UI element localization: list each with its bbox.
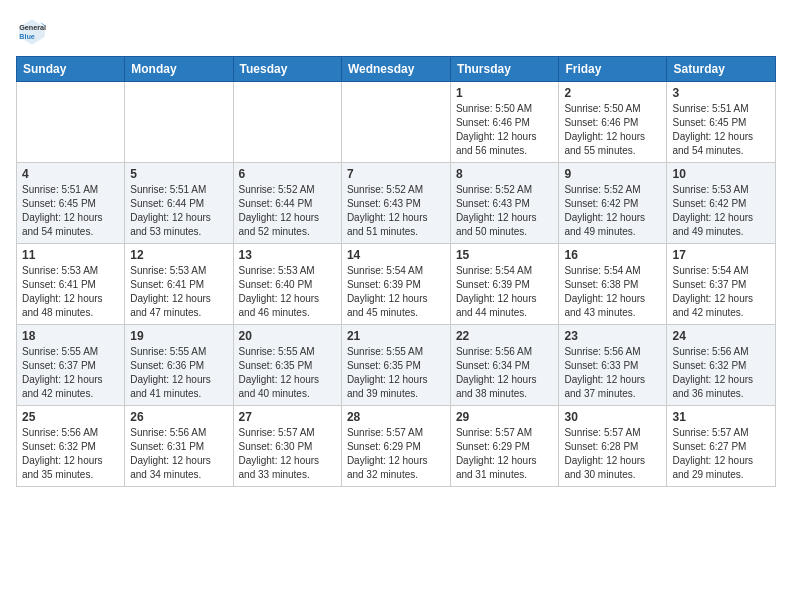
day-cell: 17Sunrise: 5:54 AM Sunset: 6:37 PM Dayli…: [667, 244, 776, 325]
day-info: Sunrise: 5:53 AM Sunset: 6:40 PM Dayligh…: [239, 264, 336, 320]
day-cell: 29Sunrise: 5:57 AM Sunset: 6:29 PM Dayli…: [450, 406, 559, 487]
day-number: 15: [456, 248, 554, 262]
day-cell: [341, 82, 450, 163]
day-cell: 16Sunrise: 5:54 AM Sunset: 6:38 PM Dayli…: [559, 244, 667, 325]
page-header: General Blue: [16, 16, 776, 48]
day-number: 6: [239, 167, 336, 181]
day-info: Sunrise: 5:56 AM Sunset: 6:32 PM Dayligh…: [672, 345, 770, 401]
day-cell: 12Sunrise: 5:53 AM Sunset: 6:41 PM Dayli…: [125, 244, 233, 325]
day-number: 2: [564, 86, 661, 100]
logo: General Blue: [16, 16, 52, 48]
day-cell: 11Sunrise: 5:53 AM Sunset: 6:41 PM Dayli…: [17, 244, 125, 325]
day-cell: 26Sunrise: 5:56 AM Sunset: 6:31 PM Dayli…: [125, 406, 233, 487]
day-cell: [233, 82, 341, 163]
week-row-1: 1Sunrise: 5:50 AM Sunset: 6:46 PM Daylig…: [17, 82, 776, 163]
day-cell: 13Sunrise: 5:53 AM Sunset: 6:40 PM Dayli…: [233, 244, 341, 325]
day-cell: 2Sunrise: 5:50 AM Sunset: 6:46 PM Daylig…: [559, 82, 667, 163]
day-info: Sunrise: 5:50 AM Sunset: 6:46 PM Dayligh…: [564, 102, 661, 158]
day-cell: 10Sunrise: 5:53 AM Sunset: 6:42 PM Dayli…: [667, 163, 776, 244]
day-cell: 28Sunrise: 5:57 AM Sunset: 6:29 PM Dayli…: [341, 406, 450, 487]
day-info: Sunrise: 5:55 AM Sunset: 6:36 PM Dayligh…: [130, 345, 227, 401]
day-number: 20: [239, 329, 336, 343]
day-number: 17: [672, 248, 770, 262]
day-cell: 14Sunrise: 5:54 AM Sunset: 6:39 PM Dayli…: [341, 244, 450, 325]
header-friday: Friday: [559, 57, 667, 82]
day-info: Sunrise: 5:55 AM Sunset: 6:35 PM Dayligh…: [347, 345, 445, 401]
header-wednesday: Wednesday: [341, 57, 450, 82]
day-info: Sunrise: 5:56 AM Sunset: 6:34 PM Dayligh…: [456, 345, 554, 401]
day-cell: 15Sunrise: 5:54 AM Sunset: 6:39 PM Dayli…: [450, 244, 559, 325]
day-info: Sunrise: 5:53 AM Sunset: 6:41 PM Dayligh…: [22, 264, 119, 320]
day-cell: 4Sunrise: 5:51 AM Sunset: 6:45 PM Daylig…: [17, 163, 125, 244]
day-cell: 22Sunrise: 5:56 AM Sunset: 6:34 PM Dayli…: [450, 325, 559, 406]
day-number: 1: [456, 86, 554, 100]
day-info: Sunrise: 5:56 AM Sunset: 6:31 PM Dayligh…: [130, 426, 227, 482]
day-info: Sunrise: 5:57 AM Sunset: 6:29 PM Dayligh…: [347, 426, 445, 482]
header-thursday: Thursday: [450, 57, 559, 82]
day-number: 9: [564, 167, 661, 181]
day-info: Sunrise: 5:51 AM Sunset: 6:44 PM Dayligh…: [130, 183, 227, 239]
day-info: Sunrise: 5:54 AM Sunset: 6:39 PM Dayligh…: [456, 264, 554, 320]
week-row-4: 18Sunrise: 5:55 AM Sunset: 6:37 PM Dayli…: [17, 325, 776, 406]
day-number: 10: [672, 167, 770, 181]
day-cell: 19Sunrise: 5:55 AM Sunset: 6:36 PM Dayli…: [125, 325, 233, 406]
day-info: Sunrise: 5:54 AM Sunset: 6:39 PM Dayligh…: [347, 264, 445, 320]
week-row-3: 11Sunrise: 5:53 AM Sunset: 6:41 PM Dayli…: [17, 244, 776, 325]
calendar-header-row: SundayMondayTuesdayWednesdayThursdayFrid…: [17, 57, 776, 82]
day-info: Sunrise: 5:57 AM Sunset: 6:30 PM Dayligh…: [239, 426, 336, 482]
day-cell: [17, 82, 125, 163]
day-cell: 7Sunrise: 5:52 AM Sunset: 6:43 PM Daylig…: [341, 163, 450, 244]
svg-text:General: General: [19, 23, 46, 32]
day-info: Sunrise: 5:57 AM Sunset: 6:28 PM Dayligh…: [564, 426, 661, 482]
day-number: 7: [347, 167, 445, 181]
day-info: Sunrise: 5:52 AM Sunset: 6:44 PM Dayligh…: [239, 183, 336, 239]
day-number: 29: [456, 410, 554, 424]
day-info: Sunrise: 5:52 AM Sunset: 6:43 PM Dayligh…: [456, 183, 554, 239]
day-cell: 24Sunrise: 5:56 AM Sunset: 6:32 PM Dayli…: [667, 325, 776, 406]
day-number: 25: [22, 410, 119, 424]
day-number: 23: [564, 329, 661, 343]
day-number: 26: [130, 410, 227, 424]
day-number: 31: [672, 410, 770, 424]
day-info: Sunrise: 5:50 AM Sunset: 6:46 PM Dayligh…: [456, 102, 554, 158]
day-number: 11: [22, 248, 119, 262]
header-saturday: Saturday: [667, 57, 776, 82]
day-info: Sunrise: 5:54 AM Sunset: 6:38 PM Dayligh…: [564, 264, 661, 320]
day-cell: 6Sunrise: 5:52 AM Sunset: 6:44 PM Daylig…: [233, 163, 341, 244]
day-info: Sunrise: 5:54 AM Sunset: 6:37 PM Dayligh…: [672, 264, 770, 320]
day-number: 19: [130, 329, 227, 343]
day-info: Sunrise: 5:52 AM Sunset: 6:43 PM Dayligh…: [347, 183, 445, 239]
day-number: 12: [130, 248, 227, 262]
day-number: 27: [239, 410, 336, 424]
day-cell: 9Sunrise: 5:52 AM Sunset: 6:42 PM Daylig…: [559, 163, 667, 244]
header-tuesday: Tuesday: [233, 57, 341, 82]
day-info: Sunrise: 5:56 AM Sunset: 6:33 PM Dayligh…: [564, 345, 661, 401]
day-cell: 5Sunrise: 5:51 AM Sunset: 6:44 PM Daylig…: [125, 163, 233, 244]
day-number: 8: [456, 167, 554, 181]
week-row-2: 4Sunrise: 5:51 AM Sunset: 6:45 PM Daylig…: [17, 163, 776, 244]
day-cell: 23Sunrise: 5:56 AM Sunset: 6:33 PM Dayli…: [559, 325, 667, 406]
day-info: Sunrise: 5:57 AM Sunset: 6:29 PM Dayligh…: [456, 426, 554, 482]
logo-icon: General Blue: [16, 16, 48, 48]
day-info: Sunrise: 5:53 AM Sunset: 6:42 PM Dayligh…: [672, 183, 770, 239]
day-info: Sunrise: 5:55 AM Sunset: 6:37 PM Dayligh…: [22, 345, 119, 401]
day-cell: 18Sunrise: 5:55 AM Sunset: 6:37 PM Dayli…: [17, 325, 125, 406]
day-cell: 27Sunrise: 5:57 AM Sunset: 6:30 PM Dayli…: [233, 406, 341, 487]
day-cell: [125, 82, 233, 163]
day-number: 28: [347, 410, 445, 424]
header-sunday: Sunday: [17, 57, 125, 82]
day-number: 30: [564, 410, 661, 424]
day-cell: 3Sunrise: 5:51 AM Sunset: 6:45 PM Daylig…: [667, 82, 776, 163]
svg-text:Blue: Blue: [19, 32, 35, 41]
day-number: 24: [672, 329, 770, 343]
day-info: Sunrise: 5:55 AM Sunset: 6:35 PM Dayligh…: [239, 345, 336, 401]
day-number: 4: [22, 167, 119, 181]
day-number: 21: [347, 329, 445, 343]
day-number: 5: [130, 167, 227, 181]
calendar-table: SundayMondayTuesdayWednesdayThursdayFrid…: [16, 56, 776, 487]
day-cell: 1Sunrise: 5:50 AM Sunset: 6:46 PM Daylig…: [450, 82, 559, 163]
day-cell: 25Sunrise: 5:56 AM Sunset: 6:32 PM Dayli…: [17, 406, 125, 487]
day-number: 13: [239, 248, 336, 262]
day-info: Sunrise: 5:52 AM Sunset: 6:42 PM Dayligh…: [564, 183, 661, 239]
day-number: 14: [347, 248, 445, 262]
